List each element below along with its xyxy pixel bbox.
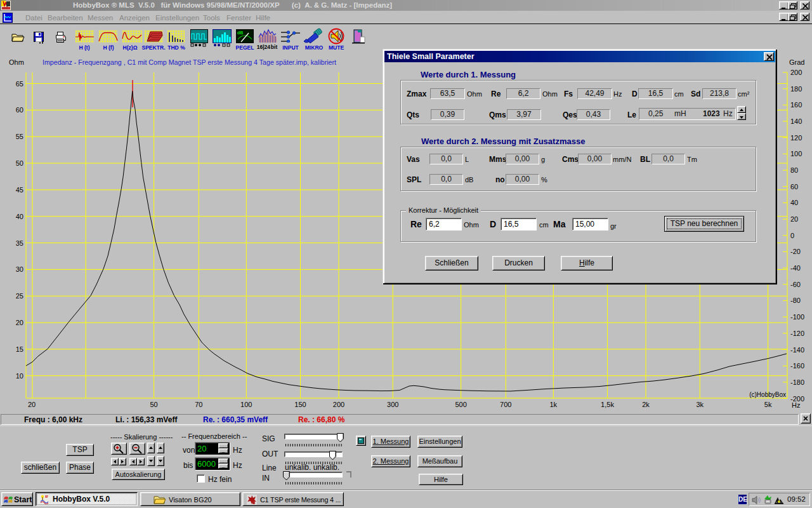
svg-text:10: 10 <box>16 372 23 380</box>
svg-text:-60: -60 <box>790 281 801 288</box>
svg-text:2k: 2k <box>642 401 650 408</box>
svg-text:-160: -160 <box>790 362 804 370</box>
svg-text:20: 20 <box>790 215 798 223</box>
svg-text:180: 180 <box>790 85 802 93</box>
svg-text:35: 35 <box>16 239 23 247</box>
svg-text:20: 20 <box>28 401 36 408</box>
svg-text:120: 120 <box>790 134 802 142</box>
svg-text:45: 45 <box>16 186 23 194</box>
svg-text:60: 60 <box>16 106 23 114</box>
svg-text:Grad: Grad <box>789 58 804 66</box>
svg-text:-80: -80 <box>790 297 801 304</box>
svg-text:-100: -100 <box>790 313 804 321</box>
svg-text:-120: -120 <box>790 330 804 337</box>
svg-text:200: 200 <box>790 69 802 76</box>
svg-text:70: 70 <box>195 401 202 408</box>
svg-text:-40: -40 <box>790 264 801 272</box>
svg-text:25: 25 <box>16 292 23 300</box>
svg-text:150: 150 <box>294 401 306 408</box>
svg-text:5k: 5k <box>764 401 772 408</box>
svg-text:0: 0 <box>790 232 794 239</box>
svg-text:40: 40 <box>16 213 23 220</box>
svg-text:Ohm: Ohm <box>9 58 24 66</box>
svg-text:50: 50 <box>150 401 157 408</box>
svg-text:dB: dB <box>237 30 243 35</box>
svg-text:200: 200 <box>333 401 344 408</box>
svg-text:55: 55 <box>16 133 23 140</box>
svg-text:80: 80 <box>790 166 798 174</box>
svg-text:65: 65 <box>16 80 23 88</box>
svg-text:15: 15 <box>16 345 23 353</box>
svg-text:-20: -20 <box>790 248 801 255</box>
svg-text:1k: 1k <box>549 401 557 408</box>
svg-text:160: 160 <box>790 101 802 109</box>
svg-text:20: 20 <box>16 319 23 326</box>
svg-text:3k: 3k <box>696 401 704 408</box>
svg-text:-140: -140 <box>790 346 804 354</box>
svg-text:140: 140 <box>790 117 802 125</box>
svg-text:100: 100 <box>240 401 252 408</box>
svg-text:1,5k: 1,5k <box>601 401 614 408</box>
svg-text:(c)HobbyBox: (c)HobbyBox <box>749 391 786 398</box>
svg-text:50: 50 <box>16 159 23 167</box>
svg-text:60: 60 <box>790 183 798 190</box>
svg-text:40: 40 <box>790 199 798 206</box>
svg-text:500: 500 <box>455 401 466 408</box>
svg-text:100: 100 <box>790 150 802 157</box>
svg-text:700: 700 <box>500 401 511 408</box>
svg-text:-180: -180 <box>790 378 804 386</box>
svg-text:30: 30 <box>16 265 23 273</box>
svg-text:300: 300 <box>387 401 398 408</box>
svg-text:Hz: Hz <box>792 401 800 409</box>
svg-text:Impedanz - Frequenzgang , C1 m: Impedanz - Frequenzgang , C1 mit Comp Ma… <box>43 58 337 66</box>
